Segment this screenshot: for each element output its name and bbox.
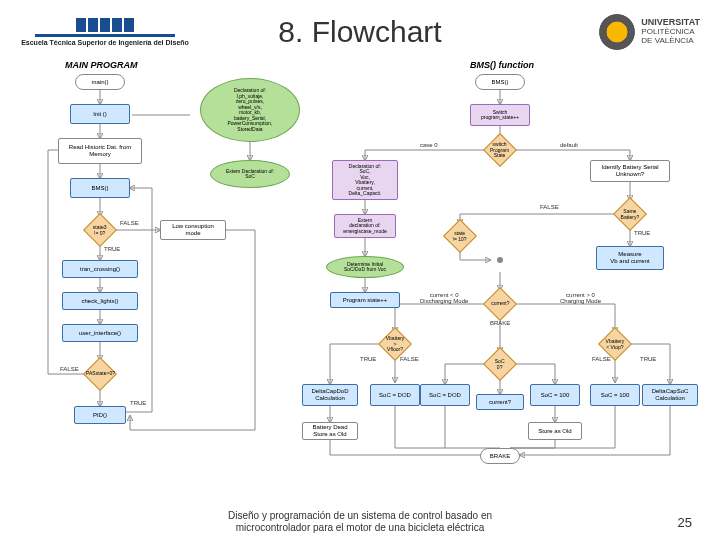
pas-decision: PASstate>0?: [83, 357, 117, 391]
current-pos-label: current > 0 Charging Mode: [560, 292, 601, 304]
slide-title: 8. Flowchart: [190, 15, 530, 49]
brake-mid-label: BRAKE: [490, 320, 510, 326]
univ-line2: POLITÈCNICA: [641, 27, 694, 36]
main-start: main(): [75, 74, 125, 90]
state10-decision: state != 10?: [443, 219, 477, 253]
current-neg-label: current < 0 Discharging Mode: [420, 292, 468, 304]
true-label-5: TRUE: [640, 356, 656, 362]
store-old-1: Battery Dead Store as Old: [302, 422, 358, 440]
true-label-4: TRUE: [360, 356, 376, 362]
main-program-heading: MAIN PROGRAM: [65, 60, 138, 70]
case0-label: case 0: [420, 142, 438, 148]
program-state-inc: Program state++: [330, 292, 400, 308]
soc-100-2: SoC = 100: [590, 384, 640, 406]
delta-dod: DeltaCapDoD Calculation: [302, 384, 358, 406]
true-label-1: TRUE: [104, 246, 120, 252]
cur0: current?: [476, 394, 524, 410]
univ-line1: UNIVERSITAT: [641, 17, 700, 27]
store-old-2: Store as Old: [528, 422, 582, 440]
false-label-3: FALSE: [540, 204, 559, 210]
user-interface: user_interface(): [62, 324, 138, 342]
connector-lines: [0, 60, 720, 508]
true-label-3: TRUE: [634, 230, 650, 236]
main-declarations: Declaration of: I,ph_voltaje, zero_pulse…: [200, 78, 300, 142]
false-label-4: FALSE: [400, 356, 419, 362]
page-number: 25: [678, 515, 692, 530]
switch-decl: Switch program_state++: [470, 104, 530, 126]
school-name: Escuela Técnica Superior de Ingeniería d…: [21, 39, 189, 46]
junction-dot: [497, 257, 503, 263]
init-soc-dod: Determine Initial SoC/DoD from Voc: [326, 256, 404, 278]
pid-call: PID(): [74, 406, 126, 424]
delta-soc: DeltaCapSoC Calculation: [642, 384, 698, 406]
bms-function-heading: BMS() function: [470, 60, 534, 70]
same-battery-decision: Same Battery?: [613, 197, 647, 231]
soc-dod-2: SoC = DOD: [420, 384, 470, 406]
check-lights: check_lights(): [62, 292, 138, 310]
footer-line1: Diseño y programación de un sistema de c…: [228, 510, 492, 521]
default-label: default: [560, 142, 578, 148]
etsid-logo: Escuela Técnica Superior de Ingeniería d…: [20, 18, 190, 46]
low-consumption: Low consuption mode: [160, 220, 226, 240]
brake-terminal: BRAKE: [480, 448, 520, 464]
main-init: Init (): [70, 104, 130, 124]
footer-line2: microcontrolador para el motor de una bi…: [236, 522, 484, 533]
main-bms-call: BMS(): [70, 178, 130, 198]
flowchart-canvas: MAIN PROGRAM BMS() function: [0, 60, 720, 508]
soc-100: SoC = 100: [530, 384, 580, 406]
false-label-5: FALSE: [592, 356, 611, 362]
measure-vb: Measure Vb and current: [596, 246, 664, 270]
univ-line3: DE VALÈNCIA: [641, 36, 693, 45]
main-extern-decl: Extern Declaration of: SoC: [210, 160, 290, 188]
soc0-decision: SoC 0?: [483, 347, 517, 381]
false-label-2: FALSE: [60, 366, 79, 372]
upv-logo: UNIVERSITAT POLITÈCNICA DE VALÈNCIA: [530, 14, 700, 50]
bms-start: BMS(): [475, 74, 525, 90]
case0-decl: Declaration of: SoC, Voc, Vbattery, curr…: [332, 160, 398, 200]
soc-dod: SoC = DOD: [370, 384, 420, 406]
true-label-2: TRUE: [130, 400, 146, 406]
tran-crossing: tran_crossing(): [62, 260, 138, 278]
main-read: Read Historic Dat. from Memory: [58, 138, 142, 164]
main-state-decision: state3 != 0?: [83, 213, 117, 247]
case0-extern: Extern declaration of: emergiscase_mode: [334, 214, 396, 238]
switch-state: switch Program State: [483, 133, 517, 167]
current-decision: current?: [483, 287, 517, 321]
false-label-1: FALSE: [120, 220, 139, 226]
identify-battery: Identify Battery Serial Unknown?: [590, 160, 670, 182]
footer: Diseño y programación de un sistema de c…: [0, 510, 720, 534]
